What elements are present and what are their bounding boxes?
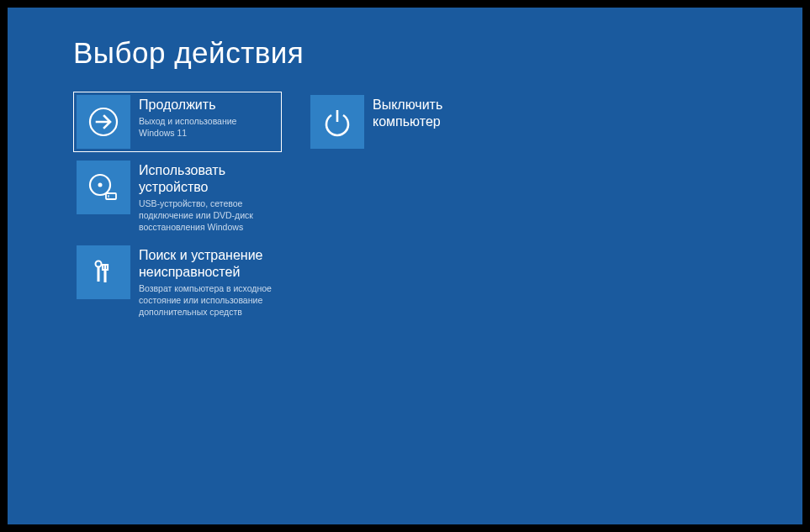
options-container: Продолжить Выход и использование Windows… bbox=[73, 92, 802, 321]
arrow-right-icon bbox=[77, 95, 130, 149]
options-row-2: Использоватьустройство USB-устройство, с… bbox=[73, 157, 802, 237]
page-title: Выбор действия bbox=[73, 36, 802, 70]
svg-point-3 bbox=[98, 183, 103, 187]
shutdown-title: Выключитькомпьютер bbox=[373, 97, 442, 130]
shutdown-text: Выключитькомпьютер bbox=[364, 95, 442, 130]
continue-title: Продолжить bbox=[139, 97, 273, 113]
use-device-subtitle: USB-устройство, сетевое подключение или … bbox=[139, 198, 273, 234]
continue-text: Продолжить Выход и использование Windows… bbox=[130, 95, 273, 139]
troubleshoot-title: Поиск и устранениенеисправностей bbox=[139, 247, 273, 281]
troubleshoot-subtitle: Возврат компьютера в исходное состояние … bbox=[139, 282, 273, 319]
svg-rect-8 bbox=[104, 270, 107, 282]
troubleshoot-text: Поиск и устранениенеисправностей Возврат… bbox=[130, 245, 273, 319]
recovery-screen: Выбор действия Продолжить Выход и исполь… bbox=[8, 8, 802, 524]
use-device-tile[interactable]: Использоватьустройство USB-устройство, с… bbox=[73, 157, 282, 237]
power-icon bbox=[310, 95, 364, 149]
tools-icon bbox=[77, 245, 130, 299]
shutdown-tile[interactable]: Выключитькомпьютер bbox=[307, 92, 516, 152]
continue-tile[interactable]: Продолжить Выход и использование Windows… bbox=[73, 92, 282, 152]
troubleshoot-tile[interactable]: Поиск и устранениенеисправностей Возврат… bbox=[73, 242, 282, 322]
options-row-3: Поиск и устранениенеисправностей Возврат… bbox=[73, 242, 802, 322]
svg-rect-7 bbox=[98, 266, 100, 282]
use-device-text: Использоватьустройство USB-устройство, с… bbox=[130, 161, 273, 234]
svg-rect-4 bbox=[106, 193, 116, 199]
continue-subtitle: Выход и использование Windows 11 bbox=[139, 115, 273, 139]
disc-device-icon bbox=[77, 161, 130, 214]
svg-point-6 bbox=[96, 261, 102, 266]
options-row-1: Продолжить Выход и использование Windows… bbox=[73, 92, 802, 152]
use-device-title: Использоватьустройство bbox=[139, 162, 273, 196]
